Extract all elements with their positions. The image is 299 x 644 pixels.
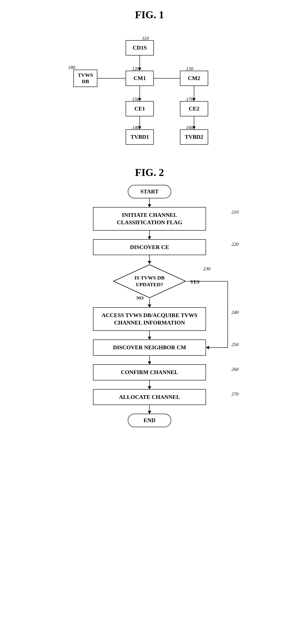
fig1-diagram: 110 CD1S 120 CM1 130 CM2 180 TVWS DB 150… bbox=[52, 27, 247, 149]
step-240-container: 240 ACCESS TVWS DB/ACQUIRE TVWS CHANNEL … bbox=[63, 307, 236, 331]
arrow-no bbox=[149, 298, 150, 307]
ref-210: 210 bbox=[231, 209, 239, 215]
step-220-container: 220 DISCOVER CE bbox=[63, 239, 236, 255]
step-210-box: INITIATE CHANNEL CLASSIFICATION FLAG bbox=[93, 207, 206, 230]
end-node: END bbox=[63, 414, 236, 427]
step-240-box: ACCESS TVWS DB/ACQUIRE TVWS CHANNEL INFO… bbox=[93, 307, 206, 331]
ref-250: 250 bbox=[231, 342, 239, 347]
arrow-4 bbox=[149, 331, 150, 340]
page-container: FIG. 1 110 bbox=[52, 9, 247, 427]
ref-220: 220 bbox=[231, 242, 239, 247]
ref-260: 260 bbox=[231, 366, 239, 372]
end-capsule: END bbox=[128, 414, 171, 427]
fig2-flowchart: START 210 INITIATE CHANNEL CLASSIFICATIO… bbox=[63, 185, 236, 427]
ref-270: 270 bbox=[231, 391, 239, 397]
node-tvws: TVWS DB bbox=[73, 70, 97, 87]
step-270-container: 270 ALLOCATE CHANNEL bbox=[63, 389, 236, 405]
arrow-1 bbox=[149, 198, 150, 207]
step-260-box: CONFIRM CHANNEL bbox=[93, 364, 206, 380]
arrow-7 bbox=[149, 405, 150, 414]
arrow-3 bbox=[149, 255, 150, 264]
node-ce2: CE2 bbox=[180, 101, 208, 116]
ref-240: 240 bbox=[231, 310, 239, 315]
step-270-box: ALLOCATE CHANNEL bbox=[93, 389, 206, 405]
arrow-5 bbox=[149, 356, 150, 364]
step-250-box: DISCOVER NEIGHBOR CM bbox=[93, 340, 206, 356]
node-tvbd1: TVBD1 bbox=[126, 130, 154, 145]
node-cm2: CM2 bbox=[180, 71, 208, 86]
step-210-container: 210 INITIATE CHANNEL CLASSIFICATION FLAG bbox=[63, 207, 236, 230]
node-ce1: CE1 bbox=[126, 101, 154, 116]
arrow-6 bbox=[149, 380, 150, 389]
no-label: NO bbox=[136, 295, 144, 301]
diamond-text-230: IS TVWS DB UPDATED? bbox=[134, 274, 165, 288]
step-230-container: 230 IS TVWS DB UPDATED? YES NO bbox=[63, 264, 236, 298]
start-node: START bbox=[63, 185, 236, 198]
fig1-title: FIG. 1 bbox=[135, 9, 164, 21]
fig2-title: FIG. 2 bbox=[135, 166, 164, 178]
ref-230: 230 bbox=[203, 266, 210, 272]
yes-label: YES bbox=[190, 279, 200, 285]
step-250-container: 250 DISCOVER NEIGHBOR CM bbox=[63, 340, 236, 356]
node-cm1: CM1 bbox=[126, 71, 154, 86]
step-230-diamond: IS TVWS DB UPDATED? bbox=[113, 264, 186, 298]
arrow-2 bbox=[149, 230, 150, 239]
step-260-container: 260 CONFIRM CHANNEL bbox=[63, 364, 236, 380]
start-capsule: START bbox=[128, 185, 171, 198]
node-cd1s: CD1S bbox=[126, 40, 154, 56]
node-tvbd2: TVBD2 bbox=[180, 130, 208, 145]
step-220-box: DISCOVER CE bbox=[93, 239, 206, 255]
